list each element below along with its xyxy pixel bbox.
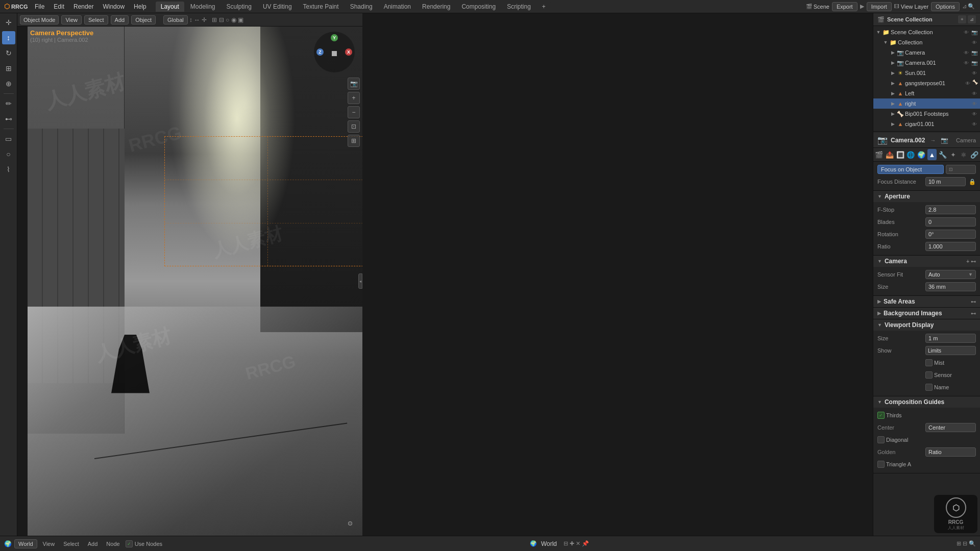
menu-edit[interactable]: Edit [50,2,68,11]
zoom-out-btn[interactable]: − [348,106,360,118]
move-tool[interactable]: ↕ [2,31,15,44]
world-unlink-btn[interactable]: ✕ [576,540,580,547]
eye-icon-gangster[interactable]: 👁 [964,80,971,87]
add-bottom-btn[interactable]: Add [85,540,101,548]
render-icon-camera001[interactable]: 📷 [971,59,978,66]
tab-shading[interactable]: Shading [345,2,378,12]
search-icon[interactable]: 🔍 [968,3,975,10]
menu-window[interactable]: Window [99,2,129,11]
tab-rendering[interactable]: Rendering [417,2,455,12]
tab-scripting[interactable]: Scripting [502,2,536,12]
props-physics-btn[interactable]: ⚛ [959,149,969,160]
annotate-tool[interactable]: ✏ [2,97,15,110]
eye-icon-right[interactable]: 👁 [971,100,978,107]
bg-images-options-icon[interactable]: ⊷ [971,311,976,316]
diagonal-checkbox[interactable] [877,436,885,443]
collapse-right-btn[interactable]: ◂ [358,273,362,289]
gizmo-z-axis[interactable]: Z [316,48,324,56]
limits-toggle[interactable]: Limits [925,346,976,355]
focus-distance-value[interactable]: 10 m [925,177,966,186]
eye-icon-cigar[interactable]: 👁 [971,120,978,128]
tree-left[interactable]: ▶ ▲ Left 👁 [873,88,980,98]
sensor-checkbox[interactable] [925,371,933,379]
import-btn[interactable]: Import [867,2,892,11]
measure-tool[interactable]: ⊷ [2,112,15,126]
tab-add[interactable]: + [537,2,551,12]
tree-camera[interactable]: ▶ 📷 Camera 👁 📷 [873,47,980,58]
composition-guides-header[interactable]: ▼ Composition Guides [873,396,980,408]
left-expand[interactable]: ▶ [890,90,896,96]
tab-sculpting[interactable]: Sculpting [222,2,257,12]
safe-areas-options-icon[interactable]: ⊷ [971,299,976,305]
add-header-btn[interactable]: Add [111,15,129,24]
options-btn[interactable]: Options [931,2,960,11]
props-view-layer-btn[interactable]: 🔳 [895,149,905,160]
tab-modeling[interactable]: Modeling [185,2,220,12]
export-btn[interactable]: Export [832,2,857,11]
safe-areas-header[interactable]: ▶ Safe Areas ⊷ [873,296,980,307]
props-world-btn[interactable]: 🌍 [917,149,926,160]
props-constraints-btn[interactable]: 🔗 [969,149,979,160]
viewport-overlay-icons[interactable]: ⊞ ⊟ ○ ◉ ▣ [212,16,243,23]
world-pin-btn[interactable]: 📌 [582,540,589,547]
filter-icon[interactable]: ⊿ [962,3,967,10]
fstop-value[interactable]: 2.8 [925,205,976,214]
select-box-tool[interactable]: ▭ [2,132,15,145]
select-lasso-tool[interactable]: ⌇ [2,163,15,176]
select-circle-tool[interactable]: ○ [2,147,15,161]
focus-distance-control[interactable]: ⊡ [946,165,976,174]
tab-compositing[interactable]: Compositing [456,2,501,12]
mist-checkbox[interactable] [925,359,933,366]
view-bottom-btn[interactable]: View [40,540,58,548]
eye-icon-sun001[interactable]: 👁 [971,69,978,77]
select-bottom-btn[interactable]: Select [60,540,82,548]
tab-animation[interactable]: Animation [379,2,416,12]
tab-layout[interactable]: Layout [156,2,184,12]
props-output-btn[interactable]: 📤 [885,149,895,160]
collection-expand[interactable]: ▼ [883,39,889,45]
sensor-fit-select[interactable]: Auto ▼ [925,270,976,279]
bip001-expand[interactable]: ▶ [890,111,896,117]
focus-distance-lock[interactable]: 🔒 [969,179,976,185]
menu-render[interactable]: Render [69,2,97,11]
vp-size-value[interactable]: 1 m [925,334,976,343]
props-scene-btn[interactable]: 🌐 [906,149,916,160]
tree-bip001[interactable]: ▶ 🦴 Bip001 Footsteps 👁 [873,109,980,119]
camera-options-icon[interactable]: ⊷ [971,259,976,264]
center-value[interactable]: Center [925,423,976,432]
menu-help[interactable]: Help [130,2,151,11]
zoom-in-btn[interactable]: + [348,92,360,104]
tab-texture-paint[interactable]: Texture Paint [298,2,344,12]
eye-icon-bip001[interactable]: 👁 [971,110,978,117]
sun001-expand[interactable]: ▶ [890,70,896,76]
ratio-value[interactable]: 1.000 [925,242,976,251]
right-expand[interactable]: ▶ [890,101,896,107]
thirds-checkbox[interactable]: ✓ [877,412,885,419]
tree-collection[interactable]: ▼ 📁 Collection 👁 [873,37,980,47]
eye-icon-left[interactable]: 👁 [971,90,978,97]
tree-cigar[interactable]: ▶ ▲ cigar01.001 👁 [873,119,980,129]
frame-all-btn[interactable]: ⊡ [348,120,360,133]
tree-right[interactable]: ▶ ▲ right 👁 [873,98,980,109]
scale-tool[interactable]: ⊞ [2,62,15,75]
eye-icon-camera001[interactable]: 👁 [963,59,970,66]
camera-section-header[interactable]: ▼ Camera + ⊷ [873,256,980,267]
eye-icon-collection[interactable]: 👁 [971,39,978,46]
eye-icon-camera[interactable]: 👁 [963,49,970,56]
tree-camera-001[interactable]: ▶ 📷 Camera.001 👁 📷 [873,58,980,68]
render-icon-camera[interactable]: 📷 [971,49,978,56]
viewport-display-header[interactable]: ▼ Viewport Display [873,319,980,331]
node-bottom-btn[interactable]: Node [103,540,122,548]
add-collection-btn[interactable]: + [958,15,966,23]
name-checkbox[interactable] [925,384,933,391]
object-header-btn[interactable]: Object [131,15,156,24]
use-nodes-checkbox[interactable]: ✓ [126,540,133,547]
filter-collection-btn[interactable]: ⊿ [968,15,976,23]
props-object-btn[interactable]: ▲ [927,149,937,160]
world-new-btn[interactable]: ✚ [570,540,574,547]
object-mode-select[interactable]: Object Mode [20,15,59,24]
world-browse-btn[interactable]: ⊟ [564,540,568,547]
render-icon-scene[interactable]: 📷 [971,29,978,36]
transform-tool[interactable]: ⊕ [2,77,15,90]
tree-scene-collection[interactable]: ▼ 📁 Scene Collection 👁 📷 [873,27,980,37]
